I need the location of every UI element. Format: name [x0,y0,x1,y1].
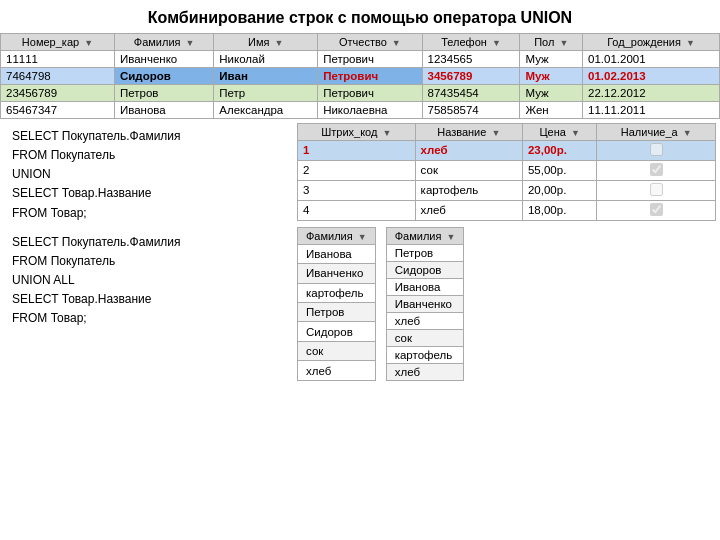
sql2-line5: FROM Товар; [12,309,281,328]
col-birthyear: Год_рождения ▼ [583,33,720,50]
product-header-row: Штрих_код ▼ Название ▼ Цена ▼ Наличие_а … [298,123,716,140]
product-table: Штрих_код ▼ Название ▼ Цена ▼ Наличие_а … [297,123,716,221]
buyer-row-2: 7464798 Сидоров Иван Петрович 3456789 Му… [1,67,720,84]
col-name: Имя ▼ [214,33,318,50]
union2-row: картофель [386,346,464,363]
col-phone: Телефон ▼ [422,33,520,50]
sql1-line1: SELECT Покупатель.Фамилия [12,127,281,146]
sql1-line4: SELECT Товар.Название [12,184,281,203]
sql1-line3: UNION [12,165,281,184]
union2-row: Петров [386,244,464,261]
union-tables: Фамилия ▼ Иванова Иванченко картофель Пе… [297,227,716,381]
buyer-row-1: 11111 Иванченко Николай Петрович 1234565… [1,50,720,67]
product-row-2: 2 сок 55,00р. [298,160,716,180]
col-gender: Пол ▼ [520,33,583,50]
product-row-4: 4 хлеб 18,00р. [298,200,716,220]
union2-row: сок [386,329,464,346]
union1-row: Сидоров [298,322,376,341]
right-section: Штрих_код ▼ Название ▼ Цена ▼ Наличие_а … [289,123,716,381]
col-surname: Фамилия ▼ [114,33,213,50]
product-row-1: 1 хлеб 23,00р. [298,140,716,160]
sql1-line2: FROM Покупатель [12,146,281,165]
page-title: Комбинирование строк с помощью оператора… [0,0,720,33]
sql1-line5: FROM Товар; [12,204,281,223]
union2-row: Иванова [386,278,464,295]
union1-row: Иванова [298,244,376,263]
union1-row: Иванченко [298,264,376,283]
buyer-table-header-row: Номер_кар ▼ Фамилия ▼ Имя ▼ Отчество ▼ Т… [1,33,720,50]
union2-row: хлеб [386,363,464,380]
buyer-table: Номер_кар ▼ Фамилия ▼ Имя ▼ Отчество ▼ Т… [0,33,720,119]
product-row-3: 3 картофель 20,00р. [298,180,716,200]
lower-section: SELECT Покупатель.Фамилия FROM Покупател… [0,123,720,381]
buyer-row-3: 23456789 Петров Петр Петрович 87435454 М… [1,84,720,101]
sql2-line1: SELECT Покупатель.Фамилия [12,233,281,252]
union1-row: сок [298,341,376,360]
union2-row: хлеб [386,312,464,329]
union1-row: Петров [298,303,376,322]
union1-row: хлеб [298,361,376,380]
union-result-all: Фамилия ▼ Петров Сидоров Иванова Иванчен… [386,227,465,381]
sql2-line2: FROM Покупатель [12,252,281,271]
union-result-distinct: Фамилия ▼ Иванова Иванченко картофель Пе… [297,227,376,381]
union1-row: картофель [298,283,376,302]
union2-row: Иванченко [386,295,464,312]
col-patronymic: Отчество ▼ [318,33,422,50]
col-number: Номер_кар ▼ [1,33,115,50]
buyer-row-4: 65467347 Иванова Александра Николаевна 7… [1,101,720,118]
sql2-line4: SELECT Товар.Название [12,290,281,309]
union2-row: Сидоров [386,261,464,278]
sql-block: SELECT Покупатель.Фамилия FROM Покупател… [4,123,289,381]
sql2-line3: UNION ALL [12,271,281,290]
